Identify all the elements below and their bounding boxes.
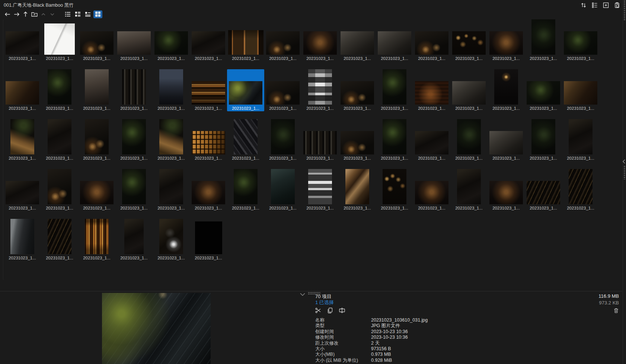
file-thumbnail[interactable]: 20231023_1... xyxy=(41,69,78,111)
file-thumbnail[interactable]: 20231023_1... xyxy=(78,19,115,61)
details-view-button[interactable] xyxy=(83,10,92,18)
file-thumbnail[interactable]: 20231023_1... xyxy=(376,69,413,111)
copy-icon[interactable] xyxy=(326,307,334,314)
file-thumbnail[interactable]: 20231023_1... xyxy=(450,19,488,61)
file-thumbnail[interactable]: 20231023_1... xyxy=(339,19,376,61)
file-thumbnail[interactable]: 20231023_1... xyxy=(190,219,227,261)
trash-icon[interactable] xyxy=(612,307,620,314)
file-thumbnail[interactable]: 20231023_1... xyxy=(78,119,115,161)
file-thumbnail[interactable]: 20231023_1... xyxy=(190,19,227,61)
view-options-icon[interactable] xyxy=(591,1,598,9)
file-thumbnail[interactable]: 20231023_1... xyxy=(413,19,450,61)
file-thumbnail[interactable]: 20231023_1... xyxy=(488,169,525,211)
file-thumbnail[interactable]: 20231023_1... xyxy=(115,119,153,161)
collapse-up-icon[interactable] xyxy=(39,10,47,18)
left-pane-splitter[interactable] xyxy=(3,19,3,280)
file-thumbnail[interactable]: 20231023_1... xyxy=(41,119,78,161)
list-view-button[interactable] xyxy=(63,10,72,18)
file-thumbnail[interactable]: 20231023_1... xyxy=(4,69,41,111)
file-thumbnail[interactable]: 20231023_1... xyxy=(115,219,153,261)
file-thumbnail[interactable]: 20231023_1... xyxy=(525,19,562,61)
file-thumbnail[interactable]: 20231023_1... xyxy=(562,19,599,61)
file-label: 20231023_1... xyxy=(418,156,445,161)
file-thumbnail[interactable]: 20231023_1... xyxy=(525,69,562,111)
expand-right-panel-icon[interactable] xyxy=(622,159,626,164)
file-thumbnail[interactable]: 20231023_1... xyxy=(41,219,78,261)
right-splitter-handle-mid[interactable] xyxy=(624,166,625,179)
file-thumbnail[interactable]: 20231023_1... xyxy=(525,119,562,161)
file-thumbnail[interactable]: 20231023_1... xyxy=(78,169,115,211)
forward-icon[interactable] xyxy=(13,10,20,18)
file-thumbnail[interactable]: 20231023_1... xyxy=(41,19,78,61)
up-icon[interactable] xyxy=(22,10,29,18)
grid-view-button[interactable] xyxy=(93,10,102,18)
file-thumbnail[interactable]: 20231023_1... xyxy=(227,169,264,211)
file-thumbnail[interactable]: 20231023_1... xyxy=(376,169,413,211)
detail-label: 大小(MB) xyxy=(315,352,371,357)
file-thumbnail[interactable]: 20231023_1... xyxy=(301,169,339,211)
file-thumbnail[interactable]: 20231023_1... xyxy=(227,119,264,161)
file-thumbnail[interactable]: 20231023_1... xyxy=(115,169,153,211)
collapse-down-icon[interactable] xyxy=(48,10,56,18)
back-icon[interactable] xyxy=(4,10,11,18)
file-thumbnail[interactable]: 20231023_1... xyxy=(190,119,227,161)
file-thumbnail[interactable]: 20231023_1... xyxy=(450,169,488,211)
paste-icon[interactable] xyxy=(613,1,621,9)
file-thumbnail[interactable]: 20231023_1... xyxy=(301,19,339,61)
file-thumbnail[interactable]: 20231023_1... xyxy=(264,169,301,211)
file-thumbnail[interactable]: 20231023_1... xyxy=(115,69,153,111)
file-thumbnail[interactable]: 20231023_1... xyxy=(153,69,190,111)
file-thumbnail[interactable]: 20231023_1... xyxy=(153,19,190,61)
cut-icon[interactable] xyxy=(314,307,322,314)
sort-icon[interactable] xyxy=(580,1,587,9)
file-thumbnail-selected[interactable]: 20231023_1... xyxy=(227,69,264,111)
thumbnail-image xyxy=(489,181,523,204)
file-thumbnail[interactable]: 20231023_1... xyxy=(376,119,413,161)
file-thumbnail[interactable]: 20231023_1... xyxy=(4,169,41,211)
file-thumbnail[interactable]: 20231023_1... xyxy=(413,169,450,211)
rename-icon[interactable] xyxy=(338,307,346,314)
file-thumbnail[interactable]: 20231023_1... xyxy=(4,119,41,161)
file-thumbnail[interactable]: 20231023_1... xyxy=(190,169,227,211)
file-thumbnail[interactable]: 20231023_1... xyxy=(450,69,488,111)
file-thumbnail[interactable]: 20231023_1... xyxy=(339,69,376,111)
new-item-icon[interactable] xyxy=(602,1,610,9)
file-thumbnail[interactable]: 20231023_1... xyxy=(153,219,190,261)
file-thumbnail[interactable]: 20231023_1... xyxy=(301,119,339,161)
file-thumbnail[interactable]: 20231023_1... xyxy=(339,169,376,211)
file-thumbnail[interactable]: 20231023_1... xyxy=(78,219,115,261)
file-thumbnail[interactable]: 20231023_1... xyxy=(78,69,115,111)
file-thumbnail[interactable]: 20231023_1... xyxy=(562,119,599,161)
right-splitter-handle-top[interactable] xyxy=(624,1,625,21)
file-thumbnail[interactable]: 20231023_1... xyxy=(413,69,450,111)
file-thumbnail[interactable]: 20231023_1... xyxy=(4,19,41,61)
file-thumbnail[interactable]: 20231023_1... xyxy=(153,119,190,161)
file-thumbnail[interactable]: 20231023_1... xyxy=(376,19,413,61)
bottom-panel-divider[interactable] xyxy=(0,291,622,291)
file-thumbnail[interactable]: 20231023_1... xyxy=(525,169,562,211)
tiles-view-button[interactable] xyxy=(73,10,82,18)
file-thumbnail[interactable]: 20231023_1... xyxy=(562,69,599,111)
file-thumbnail[interactable]: 20231023_1... xyxy=(488,19,525,61)
file-thumbnail[interactable]: 20231023_1... xyxy=(115,19,153,61)
file-thumbnail[interactable]: 20231023_1... xyxy=(190,69,227,111)
collapse-panel-icon[interactable] xyxy=(299,291,306,298)
file-thumbnail[interactable]: 20231023_1... xyxy=(4,219,41,261)
file-thumbnail[interactable]: 20231023_1... xyxy=(301,69,339,111)
file-thumbnail[interactable]: 20231023_1... xyxy=(153,169,190,211)
file-thumbnail[interactable]: 20231023_1... xyxy=(264,69,301,111)
file-thumbnail[interactable]: 20231023_1... xyxy=(264,119,301,161)
file-thumbnail[interactable]: 20231023_1... xyxy=(562,169,599,211)
file-thumbnail[interactable]: 20231023_1... xyxy=(488,69,525,111)
file-thumbnail[interactable]: 20231023_1... xyxy=(450,119,488,161)
thumbnail-image xyxy=(85,219,109,254)
file-thumbnail[interactable]: 20231023_1... xyxy=(413,119,450,161)
file-thumbnail[interactable]: 20231023_1... xyxy=(339,119,376,161)
thumbnail-image xyxy=(266,31,300,55)
right-pane-splitter[interactable] xyxy=(623,0,626,364)
file-thumbnail[interactable]: 20231023_1... xyxy=(488,119,525,161)
file-thumbnail[interactable]: 20231023_1... xyxy=(227,19,264,61)
file-thumbnail[interactable]: 20231023_1... xyxy=(264,19,301,61)
file-thumbnail[interactable]: 20231023_1... xyxy=(41,169,78,211)
folder-up-icon[interactable] xyxy=(31,10,38,18)
